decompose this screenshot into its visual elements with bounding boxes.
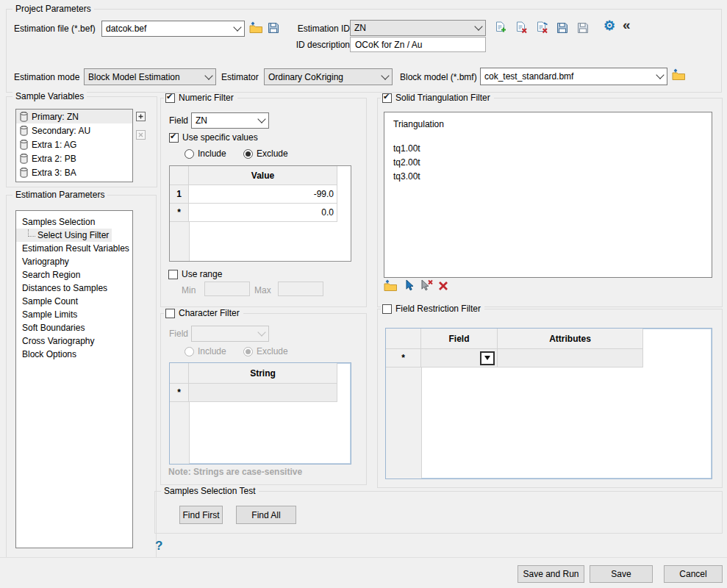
estimation-id-combo[interactable]: ZN <box>350 20 486 36</box>
estimation-file-combo[interactable]: datcok.bef <box>101 21 245 37</box>
estimation-id-value: ZN <box>354 23 366 33</box>
character-include-radio <box>185 347 194 356</box>
new-id-icon[interactable] <box>495 21 507 34</box>
list-item[interactable]: tq2.00t <box>384 155 712 169</box>
pick-triangulation-cursor-icon[interactable] <box>405 279 415 292</box>
use-specific-values-checkbox[interactable] <box>169 133 179 143</box>
numeric-values-table[interactable]: Value 1 -99.0 * 0.0 <box>169 165 351 262</box>
sample-variables-group: Sample Variables Primary: ZN Secondary: … <box>6 96 157 187</box>
numeric-include-radio[interactable] <box>185 149 194 159</box>
sample-variable-label: Extra 2: PB <box>32 154 76 164</box>
list-item[interactable]: Extra 2: PB <box>16 151 132 165</box>
estimator-value: Ordinary CoKriging <box>268 72 343 82</box>
help-icon[interactable]: ? <box>155 539 162 553</box>
list-item[interactable]: Secondary: AU <box>16 123 132 137</box>
find-first-button[interactable]: Find First <box>179 506 223 524</box>
settings-gear-icon[interactable]: ⚙ <box>604 19 615 32</box>
max-input <box>278 282 323 296</box>
tree-item-sample-limits[interactable]: Sample Limits <box>16 308 132 321</box>
id-description-value: OCoK for Zn / Au <box>355 40 422 50</box>
estimator-combo[interactable]: Ordinary CoKriging <box>264 68 393 85</box>
tree-item-block-options[interactable]: Block Options <box>16 348 132 361</box>
id-description-input[interactable]: OCoK for Zn / Au <box>350 37 486 52</box>
save-and-run-button[interactable]: Save and Run <box>518 565 584 583</box>
tree-item-variography[interactable]: Variography <box>16 255 132 268</box>
load-triangulation-folder-icon[interactable] <box>384 279 398 292</box>
delete-all-ids-icon[interactable] <box>536 21 548 34</box>
save-label: Save <box>611 569 631 579</box>
character-field-label: Field <box>169 329 188 339</box>
list-item[interactable]: Primary: ZN <box>16 110 132 123</box>
field-restriction-table[interactable]: Field Attributes * <box>385 328 712 479</box>
delete-id-icon[interactable] <box>515 21 528 34</box>
numeric-exclude-radio[interactable] <box>243 149 253 159</box>
tree-item-soft-boundaries[interactable]: Soft Boundaries <box>16 321 132 334</box>
sample-variable-label: Extra 3: BA <box>32 168 76 178</box>
sample-variables-list[interactable]: Primary: ZN Secondary: AU Extra 1: AG Ex… <box>15 109 133 182</box>
block-model-combo[interactable]: cok_test_standard.bmf <box>480 68 667 85</box>
numeric-exclude-label: Exclude <box>257 148 288 159</box>
list-item[interactable]: Extra 3: BA <box>16 165 132 179</box>
samples-selection-test-title: Samples Selection Test <box>161 486 259 496</box>
triangulation-list[interactable]: Triangulation tq1.00t tq2.00t tq3.00t <box>384 112 712 278</box>
field-restriction-filter-checkbox[interactable] <box>382 304 392 314</box>
tree-item-estimation-result-variables[interactable]: Estimation Result Variables <box>16 242 132 255</box>
save-file-icon[interactable] <box>268 22 279 34</box>
estimator-label: Estimator <box>221 72 259 82</box>
open-folder-icon[interactable] <box>249 21 263 34</box>
field-cell[interactable] <box>421 349 498 368</box>
project-parameters-title: Project Parameters <box>12 4 94 14</box>
solid-triangulation-filter-checkbox[interactable] <box>382 93 392 103</box>
save-button[interactable]: Save <box>590 565 653 583</box>
value-cell[interactable]: -99.0 <box>189 185 337 204</box>
use-range-label: Use range <box>182 269 222 279</box>
drum-icon <box>20 140 28 150</box>
tree-item-select-using-filter[interactable]: Select Using Filter <box>16 229 112 242</box>
open-block-model-folder-icon[interactable] <box>672 68 686 81</box>
character-field-combo <box>191 326 269 342</box>
sample-variable-label: Extra 1: AG <box>32 140 76 150</box>
table-row[interactable]: * <box>386 349 712 368</box>
row-header-cell: * <box>170 204 189 222</box>
value-cell[interactable]: 0.0 <box>189 204 337 222</box>
tree-item-label: Cross Variography <box>22 336 94 346</box>
solid-triangulation-filter-group: Solid Triangulation Filter Triangulation… <box>377 98 723 307</box>
field-dropdown-button[interactable] <box>480 351 495 365</box>
save-id-icon[interactable] <box>556 22 568 34</box>
min-input <box>204 282 250 296</box>
collapse-chevrons-icon[interactable]: « <box>623 18 631 32</box>
estimation-mode-combo[interactable]: Block Model Estimation <box>84 68 216 85</box>
sample-variable-label: Primary: ZN <box>32 112 79 122</box>
cancel-button[interactable]: Cancel <box>664 565 723 583</box>
attributes-cell[interactable] <box>498 349 643 368</box>
use-range-checkbox[interactable] <box>168 270 178 279</box>
remove-variable-icon[interactable] <box>135 129 146 140</box>
estimation-parameters-tree[interactable]: Samples Selection Select Using Filter Es… <box>15 210 133 548</box>
tree-item-sample-count[interactable]: Sample Count <box>16 295 132 308</box>
table-row[interactable]: 1 -99.0 <box>170 185 351 204</box>
list-item[interactable]: tq3.00t <box>384 169 712 183</box>
tree-item-distances-to-samples[interactable]: Distances to Samples <box>16 282 132 295</box>
character-include-label: Include <box>198 346 226 356</box>
character-filter-checkbox[interactable] <box>165 309 175 318</box>
save-id-as-icon[interactable] <box>577 22 589 34</box>
tree-item-search-region[interactable]: Search Region <box>16 268 132 282</box>
unpick-triangulation-cursor-icon[interactable] <box>420 279 434 292</box>
numeric-filter-checkbox[interactable] <box>165 93 175 103</box>
block-model-value: cok_test_standard.bmf <box>484 71 573 82</box>
tree-item-samples-selection[interactable]: Samples Selection <box>16 215 132 229</box>
find-all-button[interactable]: Find All <box>236 506 296 524</box>
delete-triangulation-icon[interactable] <box>438 281 448 291</box>
row-header-cell: * <box>386 349 421 368</box>
list-item[interactable]: tq1.00t <box>384 141 712 155</box>
add-variable-icon[interactable] <box>135 111 146 122</box>
list-item[interactable]: Extra 1: AG <box>16 137 132 151</box>
tree-item-label: Search Region <box>22 270 80 280</box>
project-parameters-group: Project Parameters Estimation file (*.be… <box>6 9 722 93</box>
numeric-field-combo[interactable]: ZN <box>191 112 269 129</box>
tree-item-cross-variography[interactable]: Cross Variography <box>16 334 132 348</box>
sample-variables-title: Sample Variables <box>12 91 87 101</box>
table-row[interactable]: * 0.0 <box>170 204 351 222</box>
table-corner-cell <box>170 363 189 384</box>
chevron-down-icon <box>656 71 664 79</box>
